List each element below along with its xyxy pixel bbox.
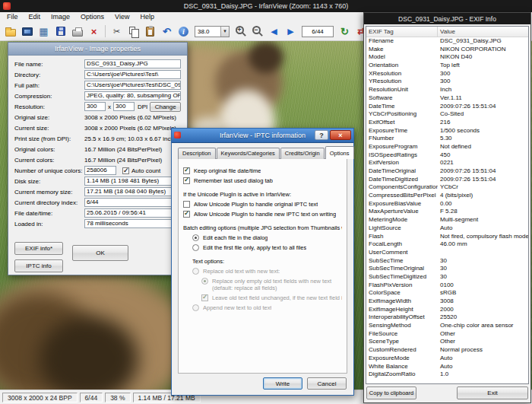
menu-item[interactable]: File xyxy=(2,12,24,22)
exif-row[interactable]: ExposureProgram Not defined xyxy=(366,143,528,151)
copy-button[interactable] xyxy=(125,24,141,39)
checkbox-leave-old-unchanged[interactable]: Leave old text field unchanged, if the n… xyxy=(201,294,342,301)
exif-row[interactable]: LightSource Auto xyxy=(366,224,528,233)
write-button[interactable]: Write xyxy=(263,377,302,390)
cancel-button[interactable]: Cancel xyxy=(307,377,347,390)
resolution-y-field[interactable]: 300 xyxy=(113,102,135,111)
menu-item[interactable]: Edit xyxy=(24,12,46,22)
chevron-down-icon[interactable]: ▾ xyxy=(220,27,229,37)
open-file-button[interactable] xyxy=(2,24,18,39)
checkbox-keep-file-datetime[interactable]: Keep original file date/time xyxy=(183,167,342,174)
paste-button[interactable] xyxy=(142,24,158,39)
radio-append-new-text[interactable]: Append new text to old text xyxy=(192,304,342,311)
zoom-in-button[interactable]: + xyxy=(233,24,249,39)
auto-count-option[interactable]: Auto count xyxy=(122,167,160,174)
property-field[interactable]: 17.21 MB (18 048 040 Bytes) xyxy=(84,187,181,196)
previous-image-button[interactable]: ◀ xyxy=(266,24,282,39)
menu-item[interactable]: Help xyxy=(135,12,160,22)
property-field[interactable]: JPEG, quality: 80, subsampling OFF xyxy=(84,91,181,100)
exif-row[interactable]: ExposureBiasValue 0.00 xyxy=(366,200,528,208)
exif-row[interactable]: SensingMethod One-chip color area sensor xyxy=(366,322,528,330)
exif-row[interactable]: ExifOffset 216 xyxy=(366,119,528,127)
exif-row[interactable]: FNumber 5.30 xyxy=(366,135,528,143)
exif-row[interactable]: Model NIKON D40 xyxy=(366,53,528,62)
iptc-dialog-titlebar[interactable]: IrfanView - IPTC information ? × xyxy=(172,129,353,143)
exif-row[interactable]: CustomRendered Normal process xyxy=(366,346,528,355)
resolution-x-field[interactable]: 300 xyxy=(84,102,106,111)
save-button[interactable] xyxy=(52,24,68,39)
exif-row[interactable]: SceneType Other xyxy=(366,338,528,346)
radio-replace-old-text[interactable]: Replace old text with new text: xyxy=(192,268,342,275)
radio-edit-each-file[interactable]: Edit each file in the dialog xyxy=(192,234,342,241)
ok-button[interactable]: OK xyxy=(72,245,128,261)
page-index-field[interactable]: 6/44 xyxy=(302,26,334,37)
exif-row[interactable]: ISOSpeedRatings 450 xyxy=(366,151,528,160)
exif-row[interactable]: ComponentsConfiguration YCbCr xyxy=(366,183,528,192)
refresh-button[interactable]: ↻ xyxy=(337,24,353,39)
exif-row[interactable]: YResolution 300 xyxy=(366,78,528,86)
print-button[interactable] xyxy=(69,24,85,39)
exif-row[interactable]: Software Ver.1.11 xyxy=(366,94,528,103)
exit-button[interactable]: Exit xyxy=(457,387,528,399)
delete-button[interactable]: × xyxy=(86,24,102,39)
menu-item[interactable]: View xyxy=(109,12,135,22)
exif-row[interactable]: MeteringMode Multi-segment xyxy=(366,216,528,224)
exif-row[interactable]: DateTimeOriginal 2009:07:26 15:51:04 xyxy=(366,167,528,176)
help-button[interactable]: ? xyxy=(315,130,328,140)
exif-row[interactable]: ExifImageWidth 3008 xyxy=(366,297,528,306)
exif-row[interactable]: MaxApertureValue F 5.28 xyxy=(366,208,528,216)
exif-row[interactable]: CompressedBitsPerPixel 4 (bits/pixel) xyxy=(366,192,528,200)
property-field[interactable]: C:\Users\joe\Pictures\Test\DSC_0931_Dais… xyxy=(84,81,181,90)
undo-button[interactable]: ↶ xyxy=(159,24,175,39)
thumbnails-button[interactable]: ▦ xyxy=(36,24,52,39)
properties-dialog-titlebar[interactable]: IrfanView - Image properties xyxy=(8,43,187,56)
property-field[interactable]: DSC_0931_Daisy.JPG xyxy=(84,59,181,68)
exif-row[interactable]: ExifImageHeight 2000 xyxy=(366,306,528,314)
exif-row[interactable]: FocalLength 46.00 mm xyxy=(366,240,528,249)
copy-to-clipboard-button[interactable]: Copy to clipboard xyxy=(366,387,416,399)
menu-item[interactable]: Image xyxy=(46,12,75,22)
exif-row[interactable]: DateTime 2009:07:26 15:51:04 xyxy=(366,103,528,111)
exif-row[interactable]: SubSecTimeDigitized 30 xyxy=(366,273,528,282)
tab-keywords-categories[interactable]: Keywords/Categories xyxy=(217,148,280,159)
exif-row[interactable]: ExposureMode Auto xyxy=(366,355,528,363)
property-field[interactable]: 78 milliseconds xyxy=(84,219,181,228)
exif-row[interactable]: FlashPixVersion 0100 xyxy=(366,282,528,290)
exif-row[interactable]: ExifVersion 0221 xyxy=(366,159,528,167)
auto-count-checkbox[interactable] xyxy=(122,167,129,174)
exif-row[interactable]: FileSource Other xyxy=(366,330,528,339)
close-button[interactable]: × xyxy=(330,130,351,140)
main-titlebar[interactable]: DSC_0931_Daisy.JPG - IrfanView (Zoom: 11… xyxy=(0,0,532,12)
property-field[interactable]: 6/44 xyxy=(84,198,181,207)
tab-description[interactable]: Description xyxy=(178,148,216,159)
next-image-button[interactable]: ▶ xyxy=(283,24,299,39)
exif-info-button[interactable]: EXIF info* xyxy=(14,242,63,255)
property-field[interactable]: 25.06.2015 / 09:56:41 xyxy=(84,208,181,218)
menu-item[interactable]: Options xyxy=(75,12,109,22)
exif-row[interactable]: ColorSpace sRGB xyxy=(366,289,528,297)
exif-window-titlebar[interactable]: DSC_0931_Daisy.JPG - EXIF Info xyxy=(364,13,530,24)
exif-row[interactable]: SubSecTimeOriginal 30 xyxy=(366,265,528,273)
checkbox-remember-dialog-tab[interactable]: Remember last used dialog tab xyxy=(183,177,342,184)
exif-row[interactable]: ExposureTime 1/500 seconds xyxy=(366,127,528,135)
image-info-button[interactable]: i xyxy=(176,24,192,39)
exif-row[interactable]: YCbCrPositioning Co-Sited xyxy=(366,110,528,119)
exif-row[interactable]: Make NIKON CORPORATION xyxy=(366,46,528,54)
zoom-out-button[interactable]: − xyxy=(249,24,265,39)
radio-edit-first-file[interactable]: Edit the first file only, apply text to … xyxy=(192,244,342,251)
tab-credits-origin[interactable]: Credits/Origin xyxy=(280,148,325,159)
exif-row[interactable]: SubSecTime 30 xyxy=(366,257,528,266)
change-resolution-button[interactable]: Change xyxy=(150,102,181,112)
radio-replace-only-empty[interactable]: Replace only empty old text fields with … xyxy=(201,278,342,291)
cut-button[interactable]: ✂ xyxy=(109,24,125,39)
exif-row[interactable]: Filename DSC_0931_Daisy.JPG xyxy=(366,37,528,46)
exif-row[interactable]: UserComment xyxy=(366,249,528,257)
property-field[interactable]: 1.14 MB (1 198 481 Bytes) xyxy=(84,177,181,186)
checkbox-unicode-new-iptc[interactable]: Allow Unicode PlugIn to handle new IPTC … xyxy=(183,211,342,218)
exif-value-column-header[interactable]: Value xyxy=(438,27,528,37)
exif-row[interactable]: White Balance Auto xyxy=(366,363,528,371)
exif-tag-column-header[interactable]: EXIF Tag xyxy=(366,27,438,37)
iptc-info-button[interactable]: IPTC info xyxy=(14,259,63,272)
checkbox-unicode-original-iptc[interactable]: Allow Unicode PlugIn to handle original … xyxy=(183,201,342,208)
exif-row[interactable]: DateTimeDigitized 2009:07:26 15:51:04 xyxy=(366,176,528,184)
